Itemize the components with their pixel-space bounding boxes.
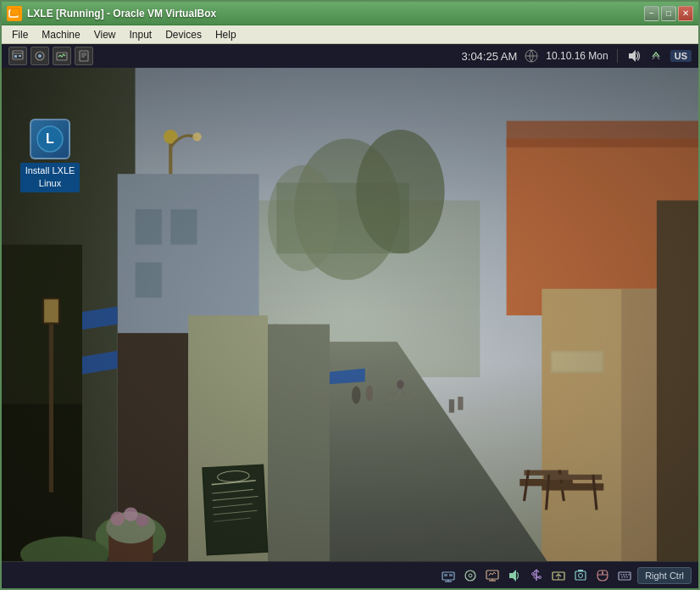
close-button[interactable]: ✕ <box>678 6 693 21</box>
svg-rect-4 <box>14 55 17 58</box>
vm-tray-icon-display[interactable] <box>483 566 502 585</box>
svg-rect-121 <box>624 576 625 578</box>
vm-topbar-left <box>8 47 93 65</box>
vm-app-icon-4[interactable] <box>75 47 93 65</box>
svg-marker-100 <box>509 570 516 582</box>
svg-rect-94 <box>449 574 453 576</box>
volume-icon[interactable] <box>626 48 642 64</box>
svg-text:L: L <box>46 131 54 146</box>
title-bar: LXLE [Running] - Oracle VM VirtualBox − … <box>2 2 698 25</box>
svg-rect-93 <box>444 574 447 576</box>
menu-file[interactable]: File <box>5 27 35 42</box>
network-arrows-icon <box>648 48 664 64</box>
svg-rect-2 <box>13 51 23 59</box>
vm-topbar-right: 3:04:25 AM 10.10.16 Mon <box>462 48 692 64</box>
svg-rect-119 <box>628 574 630 576</box>
vm-tray-icon-audio[interactable] <box>505 566 524 585</box>
vm-tray-icon-keyboard[interactable] <box>615 566 634 585</box>
vm-tray-icon-network[interactable] <box>439 566 458 585</box>
right-ctrl-label[interactable]: Right Ctrl <box>637 567 692 584</box>
svg-rect-9 <box>80 51 88 61</box>
desktop-icon-install-lxle[interactable]: L Install LXLE Linux <box>12 119 88 192</box>
menu-input[interactable]: Input <box>123 27 159 42</box>
svg-point-95 <box>465 571 475 581</box>
svg-rect-87 <box>2 68 698 561</box>
separator-1 <box>617 49 618 63</box>
menu-machine[interactable]: Machine <box>35 27 86 42</box>
vm-tray-icon-screenshot[interactable] <box>571 566 590 585</box>
vm-tray-icon-cd[interactable] <box>461 566 480 585</box>
svg-rect-111 <box>578 570 583 571</box>
vm-content: 3:04:25 AM 10.10.16 Mon <box>2 44 698 588</box>
vm-date: 10.10.16 Mon <box>546 50 608 62</box>
vm-app-icon-2[interactable] <box>31 47 49 65</box>
menu-bar: File Machine View Input Devices Help <box>2 25 698 44</box>
install-lxle-label: Install LXLE Linux <box>20 163 81 192</box>
svg-rect-120 <box>621 576 623 578</box>
menu-devices[interactable]: Devices <box>158 27 208 42</box>
network-status-icon <box>524 48 539 64</box>
vm-topbar: 3:04:25 AM 10.10.16 Mon <box>2 44 698 68</box>
svg-rect-122 <box>626 576 628 578</box>
vm-tray-icon-usb[interactable] <box>527 566 546 585</box>
svg-rect-1 <box>11 8 19 15</box>
svg-rect-5 <box>19 55 21 57</box>
vm-bottombar: Right Ctrl <box>2 561 698 588</box>
install-lxle-icon: L <box>30 119 70 159</box>
vm-app-icon-1[interactable] <box>8 47 27 65</box>
svg-point-114 <box>602 572 603 574</box>
svg-point-7 <box>38 54 42 58</box>
svg-rect-123 <box>622 575 627 576</box>
vm-tray-icon-shared[interactable] <box>549 566 568 585</box>
window-title: LXLE [Running] - Oracle VM VirtualBox <box>27 8 216 19</box>
svg-rect-118 <box>625 574 627 576</box>
svg-point-96 <box>469 574 472 577</box>
svg-rect-116 <box>620 574 622 576</box>
wallpaper-svg <box>2 68 698 561</box>
menu-view[interactable]: View <box>87 27 123 42</box>
restore-button[interactable]: □ <box>661 6 676 21</box>
virtualbox-window: LXLE [Running] - Oracle VM VirtualBox − … <box>0 0 700 590</box>
menu-help[interactable]: Help <box>208 27 243 42</box>
vm-clock: 3:04:25 AM <box>462 50 518 63</box>
svg-rect-117 <box>623 574 625 576</box>
vm-app-icon-3[interactable] <box>53 47 71 65</box>
svg-marker-15 <box>629 50 636 62</box>
vm-tray-icon-mouse[interactable] <box>593 566 612 585</box>
svg-point-110 <box>579 573 583 577</box>
window-controls: − □ ✕ <box>644 6 693 21</box>
svg-rect-109 <box>575 571 586 580</box>
virtualbox-icon <box>7 6 22 21</box>
vm-desktop[interactable]: L Install LXLE Linux <box>2 68 698 561</box>
vm-keyboard-layout: US <box>670 50 692 62</box>
title-bar-left: LXLE [Running] - Oracle VM VirtualBox <box>7 6 216 21</box>
minimize-button[interactable]: − <box>644 6 659 21</box>
